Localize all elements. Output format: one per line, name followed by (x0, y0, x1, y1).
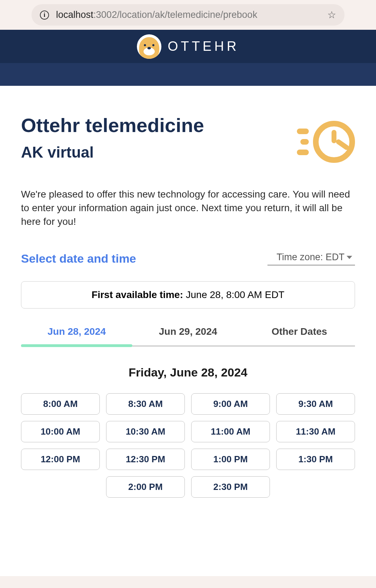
first-available-value: June 28, 8:00 AM EDT (183, 289, 285, 300)
header-band (0, 63, 376, 86)
slot-spacer (276, 476, 355, 498)
time-slot[interactable]: 10:30 AM (106, 421, 185, 442)
first-available-box: First available time: June 28, 8:00 AM E… (21, 281, 355, 309)
time-slot[interactable]: 10:00 AM (21, 421, 100, 442)
url-bar[interactable]: i localhost:3002/location/ak/telemedicin… (32, 4, 344, 26)
time-slot-grid: 8:00 AM8:30 AM9:00 AM9:30 AM10:00 AM10:3… (21, 393, 355, 498)
date-tab-1[interactable]: Jun 29, 2024 (132, 326, 244, 346)
info-icon[interactable]: i (40, 11, 49, 20)
url-path: :3002/location/ak/telemedicine/prebook (93, 9, 257, 20)
date-tab-2[interactable]: Other Dates (244, 326, 355, 346)
select-date-time-label: Select date and time (21, 252, 136, 265)
timezone-select[interactable]: Time zone: EDT (267, 250, 355, 265)
time-slot[interactable]: 2:00 PM (106, 476, 185, 498)
browser-bar: i localhost:3002/location/ak/telemedicin… (0, 0, 376, 30)
time-slot[interactable]: 9:30 AM (276, 393, 355, 415)
time-slot[interactable]: 11:30 AM (276, 421, 355, 442)
slot-spacer (21, 476, 100, 498)
timezone-value: Time zone: EDT (277, 252, 344, 262)
date-tab-0[interactable]: Jun 28, 2024 (21, 326, 132, 346)
clock-icon (297, 121, 355, 163)
url-host: localhost (56, 9, 93, 20)
first-available-label: First available time: (92, 289, 183, 300)
time-slot[interactable]: 12:30 PM (106, 449, 185, 470)
time-slot[interactable]: 9:00 AM (191, 393, 270, 415)
url-text: localhost:3002/location/ak/telemedicine/… (56, 9, 320, 20)
time-slot[interactable]: 8:30 AM (106, 393, 185, 415)
time-slot[interactable]: 1:00 PM (191, 449, 270, 470)
bookmark-star-icon[interactable]: ☆ (327, 9, 336, 21)
selected-date-heading: Friday, June 28, 2024 (21, 366, 355, 379)
brand-logo-icon (137, 34, 161, 59)
main-content: Ottehr telemedicine AK virtual We're ple… (0, 86, 376, 576)
time-slot[interactable]: 12:00 PM (21, 449, 100, 470)
time-slot[interactable]: 1:30 PM (276, 449, 355, 470)
time-slot[interactable]: 2:30 PM (191, 476, 270, 498)
time-slot[interactable]: 11:00 AM (191, 421, 270, 442)
time-slot[interactable]: 8:00 AM (21, 393, 100, 415)
brand-name: OTTEHR (168, 39, 239, 54)
app-header: OTTEHR (0, 30, 376, 63)
date-tabs: Jun 28, 2024Jun 29, 2024Other Dates (21, 326, 355, 346)
page-subtitle: AK virtual (21, 144, 204, 161)
page-title: Ottehr telemedicine (21, 114, 204, 137)
intro-paragraph: We're pleased to offer this new technolo… (21, 187, 355, 229)
